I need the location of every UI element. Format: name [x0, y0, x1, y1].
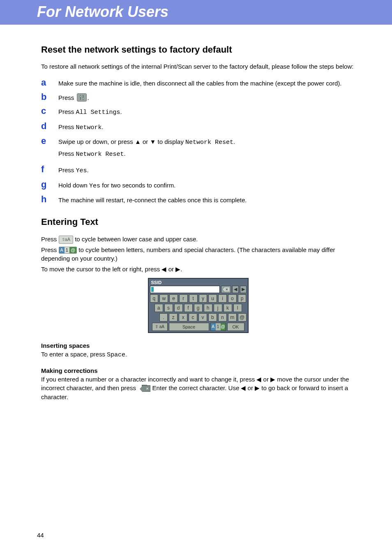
left-arrow-icon: ◀: [161, 266, 166, 273]
text: Press: [41, 246, 59, 253]
or: or: [141, 138, 150, 145]
shift-label: aA: [159, 324, 164, 329]
key[interactable]: w: [159, 294, 168, 303]
text: To enter a space, press: [41, 351, 107, 358]
x-icon: ×: [146, 386, 148, 391]
step-letter: c: [41, 106, 58, 116]
key[interactable]: t: [189, 294, 198, 303]
period: .: [102, 123, 104, 130]
mode-a: A: [59, 247, 65, 253]
step-letter: a: [41, 78, 58, 87]
period: .: [125, 351, 127, 358]
key[interactable]: f: [184, 304, 193, 312]
step-text: Make sure the machine is idle, then disc…: [58, 80, 342, 87]
key[interactable]: v: [198, 313, 207, 321]
key[interactable]: z: [169, 313, 178, 321]
press-label: Press: [58, 108, 76, 115]
space-key[interactable]: Space: [169, 323, 209, 331]
text: for two seconds to confirm.: [100, 182, 175, 189]
key[interactable]: q: [150, 294, 159, 303]
key[interactable]: p: [238, 294, 247, 303]
step-c: c Press All Settings.: [41, 106, 355, 118]
right-arrow-icon: ▶: [175, 266, 180, 273]
step-h: h The machine will restart, re-connect t…: [41, 195, 355, 205]
entering-p2: Press A1@ to cycle between letters, numb…: [41, 245, 355, 264]
step-f: f Press Yes.: [41, 165, 355, 176]
step-letter: e: [41, 136, 58, 146]
text: To move the cursor to the left or right,…: [41, 266, 161, 273]
mode-at: @: [69, 247, 76, 253]
entering-p3: To move the cursor to the left or right,…: [41, 265, 355, 274]
menu-command: Yes: [76, 167, 87, 174]
step-e: e Swipe up or down, or press ▲ or ▼ to d…: [41, 136, 355, 161]
press-label: Press: [58, 150, 76, 157]
keyboard-input[interactable]: [150, 286, 220, 293]
key[interactable]: n: [218, 313, 227, 321]
mode-1: 1: [216, 323, 221, 331]
inserting-spaces-title: Inserting spaces: [41, 342, 355, 349]
key[interactable]: .: [159, 313, 168, 321]
cursor-right-key[interactable]: ▶: [240, 286, 247, 293]
mode-at: @: [221, 323, 226, 331]
key[interactable]: d: [174, 304, 183, 312]
mode-key[interactable]: A1@: [210, 323, 226, 331]
keyboard-row-1: a s d f g h j k l: [150, 304, 247, 312]
step-letter: b: [41, 92, 58, 102]
svg-point-2: [80, 95, 81, 97]
key[interactable]: a: [154, 304, 163, 312]
press-label: Press: [58, 123, 76, 130]
period: .: [88, 94, 89, 101]
step-letter: g: [41, 180, 58, 189]
step-text: The machine will restart, re-connect the…: [58, 197, 247, 204]
right-arrow-icon: ▶: [255, 384, 260, 391]
header-banner: For Network Users: [0, 0, 392, 25]
shift-key[interactable]: ⇧ aA: [152, 323, 168, 331]
key[interactable]: r: [179, 294, 188, 303]
or: or: [261, 376, 270, 383]
inserting-spaces-text: To enter a space, press Space.: [41, 350, 355, 360]
step-letter: h: [41, 195, 58, 204]
backspace-key[interactable]: ×: [221, 286, 231, 293]
text: If you entered a number or a character i…: [41, 376, 256, 383]
key[interactable]: @: [238, 313, 247, 321]
shift-key-icon: ⇧aA: [59, 236, 73, 244]
period: .: [120, 108, 122, 115]
key[interactable]: y: [199, 294, 208, 303]
cursor-left-key[interactable]: ◀: [232, 286, 239, 293]
menu-command: Network: [76, 124, 102, 131]
key[interactable]: j: [214, 304, 222, 312]
up-arrow-icon: ⇧: [155, 324, 158, 329]
step-d: d Press Network.: [41, 122, 355, 133]
period: .: [124, 150, 126, 157]
mode-a: A: [211, 323, 216, 331]
key[interactable]: c: [189, 313, 197, 321]
mode-1: 1: [65, 247, 69, 253]
key[interactable]: e: [169, 294, 178, 303]
key[interactable]: x: [179, 313, 187, 321]
key[interactable]: b: [208, 313, 217, 321]
key[interactable]: o: [228, 294, 237, 303]
up-arrow-icon: ⇧: [62, 237, 65, 242]
keyboard-illustration: SSID × ◀ ▶ q w e r t y: [41, 278, 355, 333]
menu-command: Yes: [89, 183, 100, 190]
key[interactable]: k: [224, 304, 232, 312]
key[interactable]: s: [164, 304, 173, 312]
key[interactable]: g: [194, 304, 203, 312]
ok-key[interactable]: OK: [227, 323, 244, 331]
key[interactable]: h: [204, 304, 212, 312]
key[interactable]: i: [218, 294, 227, 303]
svg-point-3: [82, 98, 83, 99]
banner-title: For Network Users: [37, 3, 392, 21]
entering-text-title: Entering Text: [41, 217, 355, 227]
or: or: [246, 384, 255, 391]
text: to cycle between lower case and upper ca…: [75, 236, 198, 243]
press-label: Press: [58, 166, 76, 173]
backspace-icon: ×: [141, 384, 148, 393]
keyboard-row-0: q w e r t y u i o p: [150, 294, 247, 303]
step-b: b Press .: [41, 92, 355, 103]
press-label: Press: [58, 94, 76, 101]
key[interactable]: u: [208, 294, 217, 303]
period: .: [87, 166, 89, 173]
key[interactable]: l: [233, 304, 242, 312]
key[interactable]: m: [228, 313, 237, 321]
